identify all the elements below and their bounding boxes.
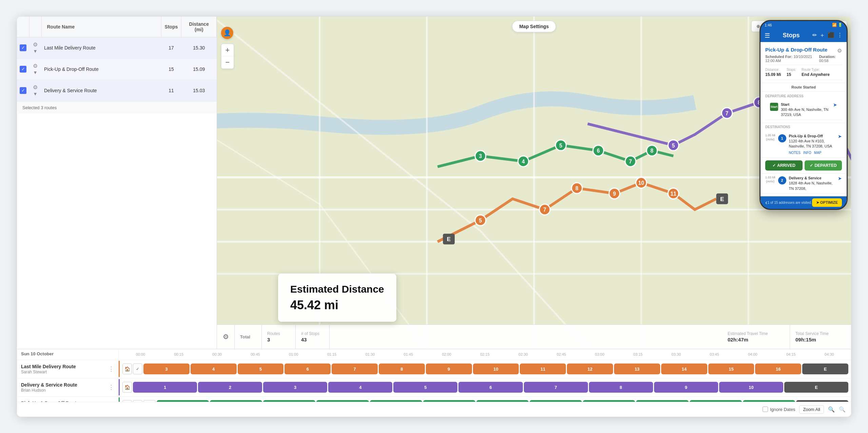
- stop-chip-orange-9[interactable]: 9: [426, 363, 472, 374]
- settings-icon[interactable]: ⚙: [837, 47, 842, 54]
- ignore-dates-checkbox[interactable]: Ignore Dates: [763, 407, 795, 412]
- timeline-more-2[interactable]: ⋮: [108, 383, 114, 391]
- main-container: Route Name Stops Distance (mi) ✓ ⚙ ▾: [17, 17, 851, 417]
- row1-gear-cell[interactable]: ⚙ ▾: [29, 37, 41, 58]
- phone-destinations: Destinations: [761, 123, 847, 132]
- summary-total-label: Total: [240, 334, 256, 339]
- stop-chip-purple-8[interactable]: 8: [589, 382, 653, 393]
- svg-text:5: 5: [479, 217, 482, 223]
- stop-chip-orange-10[interactable]: 10: [473, 363, 519, 374]
- stop-chip-purple-1[interactable]: 1: [133, 382, 197, 393]
- phone-stop-2: 1.03 Mi (Arriv) 2 Delivery & Service 182…: [761, 174, 847, 194]
- svg-point-32: [647, 145, 657, 156]
- person-icon[interactable]: 👤: [221, 27, 233, 39]
- zoom-out-icon[interactable]: 🔍: [839, 406, 846, 413]
- stop1-actions: NOTES INFO MAP: [789, 151, 835, 155]
- stop-chip-orange-11[interactable]: 11: [520, 363, 566, 374]
- nav-icon-3[interactable]: ➤: [838, 176, 842, 181]
- stop-chip-orange-3[interactable]: 3: [143, 363, 190, 374]
- phone-route-title: Pick-Up & Drop-Off Route: [765, 47, 827, 53]
- travel-value: 02h:47m: [728, 337, 784, 342]
- summary-travel: Estimated Travel Time 02h:47m: [722, 325, 790, 349]
- distance-value: 15.09 Mi: [765, 72, 781, 77]
- timeline-route-driver-1: Sarah Stewart: [21, 370, 76, 374]
- row2-checkbox-cell[interactable]: ✓: [17, 58, 29, 80]
- row3-checkbox[interactable]: ✓: [20, 87, 26, 94]
- stop-chip-orange-4[interactable]: 4: [191, 363, 237, 374]
- stop1-info-link[interactable]: INFO: [803, 151, 811, 155]
- stop1-map-link[interactable]: MAP: [814, 151, 822, 155]
- col-checkbox: [17, 17, 29, 37]
- stop-chip-purple-10[interactable]: 10: [719, 382, 783, 393]
- edit-icon[interactable]: ✏: [812, 32, 817, 39]
- svg-text:7: 7: [726, 110, 729, 116]
- nav-left-icon[interactable]: ‹: [765, 199, 767, 206]
- stop-chip-purple-6[interactable]: 6: [458, 382, 522, 393]
- directions-icon[interactable]: ⬛: [828, 32, 834, 39]
- add-icon[interactable]: ＋: [820, 32, 825, 39]
- stop2-badge: 2: [778, 176, 786, 184]
- time-tick: 01:15: [313, 352, 351, 356]
- stop-chip-purple-3[interactable]: 3: [263, 382, 327, 393]
- stop-chip-orange-13[interactable]: 13: [614, 363, 660, 374]
- stop1-notes-link[interactable]: NOTES: [789, 151, 801, 155]
- phone-content: Pick-Up & Drop-Off Route ⚙ Scheduled For…: [761, 42, 847, 203]
- row2-checkbox[interactable]: ✓: [20, 66, 26, 73]
- row2-gear-icon[interactable]: ⚙ ▾: [33, 63, 38, 76]
- arrived-button[interactable]: ✓ ARRIVED: [765, 160, 803, 171]
- row3-gear-cell[interactable]: ⚙ ▾: [29, 80, 41, 101]
- stop-chip-orange-8[interactable]: 8: [379, 363, 425, 374]
- phone-departure: Departure Address Start Start 300 4th Av…: [761, 92, 847, 123]
- summary-settings-icon[interactable]: ⚙: [217, 325, 235, 349]
- stop-chip-purple-9[interactable]: 9: [654, 382, 718, 393]
- row1-gear-icon[interactable]: ⚙ ▾: [33, 41, 38, 54]
- stop-chip-orange-6[interactable]: 6: [284, 363, 331, 374]
- time-tick: 03:00: [580, 352, 619, 356]
- departure-stop-row: Start Start 300 4th Ave N, Nashville, TN…: [765, 100, 842, 120]
- zoom-in-button[interactable]: +: [221, 44, 234, 56]
- stop-chip-orange-14[interactable]: 14: [661, 363, 707, 374]
- row3-gear-icon[interactable]: ⚙ ▾: [33, 84, 38, 97]
- row3-checkbox-cell[interactable]: ✓: [17, 80, 29, 101]
- check-icon: ✓: [772, 163, 776, 168]
- stop-chip-orange-7[interactable]: 7: [332, 363, 378, 374]
- travel-label: Estimated Travel Time: [728, 331, 784, 336]
- duration-label: Duration:: [819, 55, 836, 59]
- summary-routes: Routes 3: [262, 325, 296, 349]
- stop-chip-orange-15[interactable]: 15: [708, 363, 754, 374]
- svg-text:7: 7: [629, 159, 632, 164]
- stop-chip-end-2[interactable]: E: [784, 382, 848, 393]
- more-icon[interactable]: ⋮: [837, 32, 843, 39]
- stop-chip-purple-2[interactable]: 2: [198, 382, 262, 393]
- zoom-out-button[interactable]: −: [221, 56, 234, 68]
- row1-checkbox-cell[interactable]: ✓: [17, 37, 29, 58]
- optimize-button[interactable]: ➤ OPTIMIZE: [812, 198, 842, 207]
- route-table: Route Name Stops Distance (mi) ✓ ⚙ ▾: [17, 17, 217, 101]
- stop-chip-end-1[interactable]: E: [802, 363, 848, 374]
- arrived-label: ARRIVED: [777, 163, 795, 168]
- phone-header-title: Stops: [783, 32, 800, 39]
- departed-button[interactable]: ✓ DEPARTED: [805, 160, 842, 171]
- departure-section-label: Departure Address: [765, 94, 842, 98]
- timeline-bar-3: 🏠 ✓ 3 4 5 6 7 8 9 10 11 12 13 14 E: [119, 397, 851, 402]
- stop-chip-orange-5[interactable]: 5: [238, 363, 284, 374]
- stop-chip-orange-12[interactable]: 12: [567, 363, 613, 374]
- phone-route-header: Pick-Up & Drop-Off Route ⚙ Scheduled For…: [761, 42, 847, 83]
- hamburger-icon[interactable]: ☰: [765, 32, 770, 39]
- svg-text:E: E: [720, 195, 724, 202]
- timeline-bar-2: 🏠 1 2 3 4 5 6 7 8 9 10 E: [119, 379, 851, 395]
- row1-checkbox[interactable]: ✓: [20, 44, 26, 51]
- stop-chip-purple-5[interactable]: 5: [393, 382, 457, 393]
- stop-chip-purple-7[interactable]: 7: [524, 382, 588, 393]
- timeline-more-1[interactable]: ⋮: [108, 365, 114, 373]
- stop-chip-purple-4[interactable]: 4: [328, 382, 392, 393]
- zoom-all-button[interactable]: Zoom All: [799, 405, 824, 414]
- ignore-dates-checkbox-box[interactable]: [763, 407, 768, 412]
- map-settings-button[interactable]: Map Settings: [512, 21, 556, 32]
- route-type-value: End Anywhere: [802, 72, 830, 77]
- zoom-in-icon[interactable]: 🔍: [828, 406, 835, 413]
- stop-chip-orange-16[interactable]: 16: [755, 363, 801, 374]
- nav-icon-1[interactable]: ➤: [833, 102, 837, 107]
- row2-gear-cell[interactable]: ⚙ ▾: [29, 58, 41, 80]
- nav-icon-2[interactable]: ➤: [838, 134, 842, 139]
